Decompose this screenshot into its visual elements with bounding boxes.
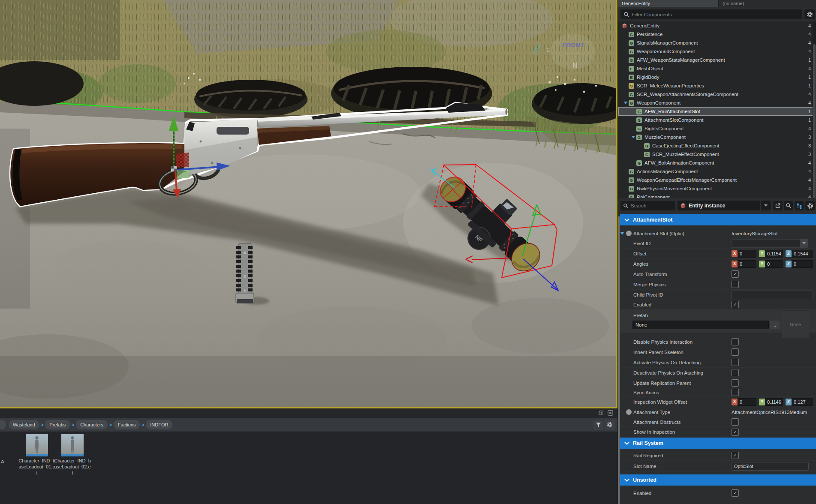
chevron-down-icon[interactable] bbox=[630, 136, 636, 138]
entity-name-field[interactable]: GenericEntity bbox=[618, 0, 718, 7]
property-row-sync-anims[interactable]: Sync Anims bbox=[620, 388, 816, 397]
component-row-attachmentslotcomponent[interactable]: G AttachmentSlotComponent1 bbox=[618, 116, 816, 124]
property-search-input[interactable]: Search bbox=[620, 201, 675, 210]
property-row-update-replication[interactable]: Update Replication Parent bbox=[620, 378, 816, 388]
chevron-down-icon[interactable] bbox=[623, 102, 629, 104]
component-tree-scrollbar[interactable] bbox=[813, 21, 816, 198]
checkbox[interactable]: ✓ bbox=[732, 429, 739, 436]
prefab-browse-button[interactable]: .. bbox=[770, 321, 780, 329]
checkbox[interactable]: ✓ bbox=[732, 489, 739, 497]
child-pivot-id-input[interactable] bbox=[732, 291, 813, 299]
breadcrumb-prefabs[interactable]: Prefabs bbox=[45, 420, 70, 429]
rail-piece[interactable] bbox=[236, 243, 254, 303]
property-settings-button[interactable] bbox=[805, 201, 815, 210]
angles-y-field[interactable]: 0 bbox=[765, 260, 783, 268]
checkbox[interactable] bbox=[732, 379, 739, 387]
breadcrumb-factions[interactable]: Factions bbox=[114, 420, 140, 429]
component-row-nwkphysics[interactable]: G NwkPhysicsMovementComponent4 bbox=[618, 184, 816, 193]
component-row-weaponsound[interactable]: G WeaponSoundComponent4 bbox=[618, 47, 816, 56]
component-row-genericentity[interactable]: GenericEntity4 bbox=[618, 21, 816, 30]
component-settings-button[interactable] bbox=[804, 9, 815, 19]
component-row-sightscomponent[interactable]: G SightsComponent4 bbox=[618, 124, 816, 133]
checkbox[interactable] bbox=[732, 389, 739, 396]
properties-scrollbar[interactable] bbox=[618, 216, 620, 504]
component-row-rplcomponent[interactable]: G RplComponent4 bbox=[618, 193, 816, 198]
entity-display-name-field[interactable]: (no name) bbox=[719, 0, 816, 7]
property-row-merge-physics[interactable]: Merge Physics bbox=[620, 279, 816, 290]
component-row-meshobject[interactable]: E MeshObject4 bbox=[618, 64, 816, 73]
component-row-actionsmanager[interactable]: G ActionsManagerComponent4 bbox=[618, 167, 816, 176]
file-tile-loadout-01[interactable] bbox=[26, 434, 48, 456]
component-row-muzzleeffect[interactable]: G SCR_MuzzleEffectComponent3 bbox=[618, 150, 816, 159]
file-label-loadout-01[interactable]: Character_IND_baseLoadout_01.et bbox=[18, 458, 56, 476]
property-row-activate-detach[interactable]: Activate Physics On Detaching bbox=[620, 357, 816, 368]
property-row-child-pivot[interactable]: Child Pivot ID bbox=[620, 290, 816, 300]
property-row-deactivate-attach[interactable]: Deactivate Physics On Ataching bbox=[620, 368, 816, 378]
property-row-enabled[interactable]: Enabled ✓ bbox=[620, 300, 816, 309]
scene-viewport[interactable]: HILL FRONT N E 4 RIS bbox=[0, 0, 617, 408]
file-tile-loadout-02[interactable] bbox=[61, 434, 84, 456]
file-label-loadout-02[interactable]: Character_IND_baseLoadout_02.et bbox=[54, 458, 91, 476]
prefab-thumbnail[interactable]: None bbox=[782, 310, 809, 339]
property-row-attachment-slot[interactable]: Attachment Slot (Optic) InventoryStorage… bbox=[620, 229, 816, 238]
dropdown-arrow-button[interactable] bbox=[800, 239, 808, 248]
component-row-railattachmentslot[interactable]: G AFW_RailAttachmentSlot1 bbox=[618, 107, 816, 116]
offset-z-field[interactable]: 0.1544 bbox=[792, 250, 813, 258]
browser-settings-button[interactable] bbox=[605, 420, 615, 430]
checkbox[interactable] bbox=[732, 418, 739, 426]
offset-y-field[interactable]: 0.1154 bbox=[765, 250, 783, 258]
hierarchy-view-button[interactable] bbox=[795, 201, 804, 210]
section-header-rail-system[interactable]: Rail System bbox=[620, 438, 816, 449]
inspection-y-field[interactable]: 0.1146 bbox=[765, 398, 783, 406]
inspection-z-field[interactable]: 0.127 bbox=[792, 398, 813, 406]
component-row-weaponstats[interactable]: G AFW_WeaponStatsManagerComponent1 bbox=[618, 56, 816, 64]
checkbox[interactable] bbox=[732, 281, 739, 288]
property-row-attachment-type[interactable]: Attachment Type AttachmentOpticsRIS1913M… bbox=[620, 407, 816, 417]
property-row-show-in-inspection[interactable]: Show In Inspection ✓ bbox=[620, 427, 816, 438]
section-header-attachmentslot[interactable]: AttachmentSlot bbox=[620, 214, 816, 225]
checkbox[interactable]: ✓ bbox=[732, 452, 739, 459]
property-row-slot-name[interactable]: Slot Name bbox=[620, 461, 816, 472]
component-row-attachmentsstorage[interactable]: G SCR_WeaponAttachmentsStorageComponent4 bbox=[618, 90, 816, 99]
property-row-offset[interactable]: Offset X0 Y0.1154 Z0.1544 bbox=[620, 249, 816, 259]
checkbox[interactable]: ✓ bbox=[732, 301, 739, 308]
edit-mode-dropdown[interactable]: Entity instance bbox=[677, 201, 771, 210]
chevron-down-icon[interactable] bbox=[620, 232, 624, 235]
property-row-auto-transform[interactable]: Auto Transform ✓ bbox=[620, 269, 816, 279]
checkbox[interactable]: ✓ bbox=[732, 270, 739, 278]
component-row-meleeweapon[interactable]: S SCR_MeleeWeaponProperties1 bbox=[618, 81, 816, 90]
open-in-window-button[interactable] bbox=[773, 201, 783, 210]
component-row-gamepadeffects[interactable]: G WeaponGamepadEffectsManagerComponent4 bbox=[618, 176, 816, 184]
filter-button[interactable] bbox=[593, 420, 603, 430]
property-row-unsorted-enabled[interactable]: Enabled ✓ bbox=[620, 488, 816, 498]
checkbox[interactable] bbox=[732, 338, 739, 345]
prefab-value-field[interactable]: None bbox=[632, 321, 769, 329]
find-button[interactable] bbox=[784, 201, 793, 210]
angles-z-field[interactable]: 0 bbox=[792, 260, 813, 268]
pivot-id-dropdown[interactable] bbox=[732, 239, 800, 248]
property-row-angles[interactable]: Angles X0 Y0 Z0 bbox=[620, 259, 816, 269]
property-row-rail-required[interactable]: Rail Required ✓ bbox=[620, 450, 816, 461]
component-row-weaponcomponent[interactable]: G WeaponComponent4 bbox=[618, 99, 816, 107]
checkbox[interactable] bbox=[732, 348, 739, 356]
close-panel-button[interactable] bbox=[608, 410, 613, 416]
angles-x-field[interactable]: 0 bbox=[738, 260, 756, 268]
property-row-pivot-id[interactable]: Pivot ID bbox=[620, 238, 816, 249]
breadcrumb-partial[interactable] bbox=[0, 420, 6, 429]
breadcrumb-indfor[interactable]: INDFOR bbox=[146, 420, 172, 429]
component-row-muzzlecomponent[interactable]: G MuzzleComponent3 bbox=[618, 133, 816, 141]
property-row-inspection-offset[interactable]: Inspection Widget Offset X0 Y0.1146 Z0.1… bbox=[620, 397, 816, 407]
section-header-unsorted[interactable]: Unsorted bbox=[620, 474, 816, 486]
component-row-persistence[interactable]: G Persistence4 bbox=[618, 30, 816, 39]
undock-panel-button[interactable] bbox=[598, 410, 604, 416]
property-row-inherit-skeleton[interactable]: Inherit Parent Skeleton bbox=[620, 347, 816, 357]
checkbox[interactable] bbox=[732, 369, 739, 376]
inspection-x-field[interactable]: 0 bbox=[738, 398, 756, 406]
component-row-caseejecting[interactable]: G CaseEjectingEffectComponent3 bbox=[618, 141, 816, 150]
checkbox[interactable] bbox=[732, 359, 739, 366]
breadcrumb-characters[interactable]: Characters bbox=[76, 420, 108, 429]
component-row-signalsmanager[interactable]: G SignalsManagerComponent4 bbox=[618, 39, 816, 47]
property-row-attachment-obstructs[interactable]: Attachment Obstructs bbox=[620, 417, 816, 427]
offset-x-field[interactable]: 0 bbox=[738, 250, 756, 258]
filter-components-input[interactable]: Filter Components bbox=[620, 9, 802, 19]
